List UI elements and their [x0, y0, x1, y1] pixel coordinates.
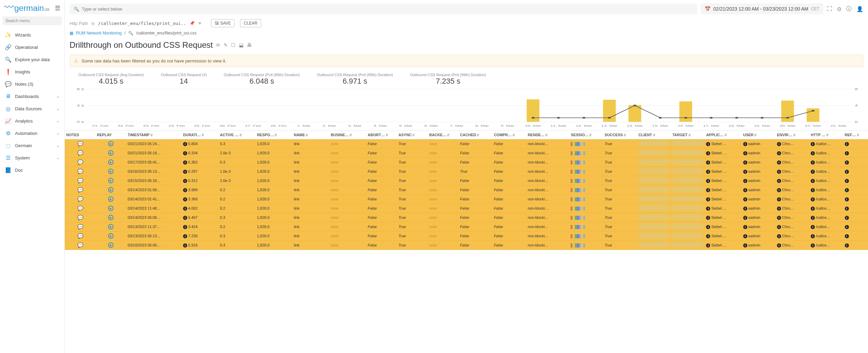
refresh-icon[interactable]: ⟳ [216, 42, 220, 48]
menu-search-input[interactable]: Search menu [3, 16, 62, 25]
line-series[interactable] [533, 105, 813, 118]
col-backe[interactable]: BACKE…⇵ [428, 131, 459, 139]
col-user[interactable]: USER⇵ [742, 131, 776, 139]
col-active[interactable]: ACTIVE …⇵ [219, 131, 255, 139]
replay-icon[interactable]: ▶ [108, 233, 114, 239]
note-icon[interactable]: 💬 [77, 187, 83, 193]
print-icon[interactable]: 🖶 [247, 42, 252, 48]
replay-icon[interactable]: ▶ [108, 242, 114, 248]
col-applic[interactable]: APPLIC…⇵ [705, 131, 742, 139]
col-compr[interactable]: COMPR…⇵ [493, 131, 526, 139]
table-row[interactable]: 💬 ▶ 03/14/2023 01:56… i3.989 0.2 1,828.0… [65, 185, 868, 195]
cell-session[interactable] [569, 176, 603, 185]
global-search-input[interactable]: 🔍 Type or select below [70, 4, 697, 14]
col-target[interactable]: TARGET⇵ [671, 131, 705, 139]
col-envir[interactable]: ENVIR…⇵ [776, 131, 809, 139]
sidebar-item-operational[interactable]: 🔗 Operational [0, 41, 64, 53]
sidebar-item-data-sources[interactable]: ◎ Data Sources ⌄ [0, 102, 64, 115]
table-row[interactable]: 💬 ▶ 03/15/2023 05:16… i0.312 2.0e-3 1,82… [65, 176, 868, 185]
replay-icon[interactable]: ▶ [108, 224, 114, 229]
replay-icon[interactable]: ▶ [108, 178, 114, 183]
col-durati[interactable]: DURATI…⇵ [182, 131, 219, 139]
col-sessio[interactable]: SESSIO…⇵ [569, 131, 603, 139]
cell-session[interactable] [569, 185, 603, 195]
note-icon[interactable]: 💬 [77, 196, 83, 202]
cell-session[interactable] [569, 149, 603, 158]
replay-icon[interactable]: ▶ [108, 187, 114, 193]
bar[interactable] [781, 101, 794, 122]
sidebar-item-automation[interactable]: ⚙ Automation ⌄ [0, 127, 64, 139]
sidebar-item-notes-3-[interactable]: 💬 Notes (3) [0, 78, 64, 90]
col-respo[interactable]: RESPO…⇵ [256, 131, 293, 139]
col-busine[interactable]: BUSINE…⇵ [329, 131, 366, 139]
menu-toggle-icon[interactable]: ☰ [55, 4, 60, 12]
cell-session[interactable] [569, 158, 603, 167]
replay-icon[interactable]: ▶ [108, 206, 114, 211]
table-row[interactable]: 💬 ▶ 03/13/2023 11:37… i3.424 0.2 1,828.0… [65, 222, 868, 231]
time-series-chart[interactable]: 0 s04 s48 s821. Feb22. Feb23. Feb24. Feb… [70, 87, 863, 128]
replay-icon[interactable]: ▶ [108, 196, 114, 202]
line-point[interactable] [659, 117, 662, 119]
col-replay[interactable]: REPLAY [95, 131, 126, 139]
table-row[interactable]: 💬 ▶ 03/17/2023 05:41… i5.362 0.3 1,828.0… [65, 158, 868, 167]
line-point[interactable] [608, 117, 611, 119]
cell-session[interactable] [569, 195, 603, 204]
col-cached[interactable]: CACHED⇵ [459, 131, 492, 139]
replay-icon[interactable]: ▶ [108, 141, 114, 146]
line-point[interactable] [761, 117, 764, 119]
col-ref[interactable]: REF…⇵ [843, 131, 868, 139]
table-row[interactable]: 💬 ▶ 03/13/2023 05:13… i7.235 0.3 1,828.0… [65, 231, 868, 241]
table-row[interactable]: 💬 ▶ 03/16/2023 05:13… i0.297 1.0e-3 1,82… [65, 167, 868, 176]
table-row[interactable]: 💬 ▶ 03/21/2023 05:18… i0.334 2.0e-3 1,82… [65, 149, 868, 158]
pin-icon[interactable]: 📌 [190, 21, 195, 26]
replay-icon[interactable]: ▶ [108, 159, 114, 165]
fullscreen-icon[interactable]: ⛶ [827, 6, 832, 12]
line-point[interactable] [582, 117, 585, 119]
note-icon[interactable]: 💬 [77, 159, 83, 165]
table-row[interactable]: 💬 ▶ 03/21/2023 05:24… i5.804 0.3 1,828.0… [65, 139, 868, 149]
sidebar-item-germain[interactable]: ◌ Germain ⌄ [0, 139, 64, 152]
note-icon[interactable]: 💬 [77, 242, 83, 248]
replay-icon[interactable]: ▶ [108, 215, 114, 220]
edit-icon[interactable]: ✎ [224, 42, 228, 48]
cell-session[interactable] [569, 139, 603, 149]
cell-session[interactable] [569, 222, 603, 231]
date-range-picker[interactable]: 📅 02/21/2023 12:00 AM - 03/23/2023 12:00… [701, 3, 823, 14]
cell-session[interactable] [569, 241, 603, 250]
col-success[interactable]: SUCCESS⇵ [603, 131, 637, 139]
col-notes[interactable]: NOTES [65, 131, 95, 139]
col-rende[interactable]: RENDE…⇵ [526, 131, 569, 139]
replay-icon[interactable]: ▶ [108, 150, 114, 156]
line-point[interactable] [684, 117, 687, 119]
col-async[interactable]: ASYNC⇵ [397, 131, 428, 139]
line-point[interactable] [811, 110, 814, 112]
col-name[interactable]: NAME⇵ [293, 131, 329, 139]
cell-session[interactable] [569, 167, 603, 176]
line-point[interactable] [786, 117, 789, 119]
col-http[interactable]: HTTP …⇵ [809, 131, 843, 139]
table-row[interactable]: 💬 ▶ 03/14/2023 01:41… i3.368 0.2 1,828.0… [65, 195, 868, 204]
sidebar-item-insights[interactable]: ❗ Insights [0, 66, 64, 78]
note-icon[interactable]: 💬 [77, 141, 83, 146]
col-abort[interactable]: ABORT…⇵ [366, 131, 397, 139]
download-icon[interactable]: ⬓ [239, 42, 243, 48]
bar[interactable] [679, 101, 692, 122]
cell-session[interactable] [569, 231, 603, 241]
info-icon[interactable]: ⓘ [846, 5, 852, 13]
sidebar-item-doc[interactable]: 📘 Doc [0, 164, 64, 176]
col-client[interactable]: CLIENT⇵ [637, 131, 671, 139]
table-row[interactable]: 💬 ▶ 03/10/2023 05:06… i5.916 0.3 1,828.0… [65, 241, 868, 250]
col-timestamp[interactable]: TIMESTAMP⇵ [126, 131, 182, 139]
note-icon[interactable]: 💬 [77, 233, 83, 239]
remove-filter-icon[interactable]: ✕ [198, 21, 201, 26]
cell-session[interactable] [569, 204, 603, 213]
sidebar-item-system[interactable]: ☰ System ⌄ [0, 152, 64, 164]
note-icon[interactable]: 💬 [77, 206, 83, 211]
sidebar-item-wizards[interactable]: ✨ Wizards [0, 29, 64, 41]
table-row[interactable]: 💬 ▶ 03/14/2023 05:08… i5.487 0.3 1,828.0… [65, 213, 868, 222]
line-point[interactable] [557, 117, 560, 119]
play-circle-icon[interactable]: ⊙ [837, 6, 841, 12]
replay-icon[interactable]: ▶ [108, 169, 114, 174]
line-point[interactable] [710, 117, 713, 119]
logo[interactable]: 〰 germain UX [4, 3, 49, 13]
